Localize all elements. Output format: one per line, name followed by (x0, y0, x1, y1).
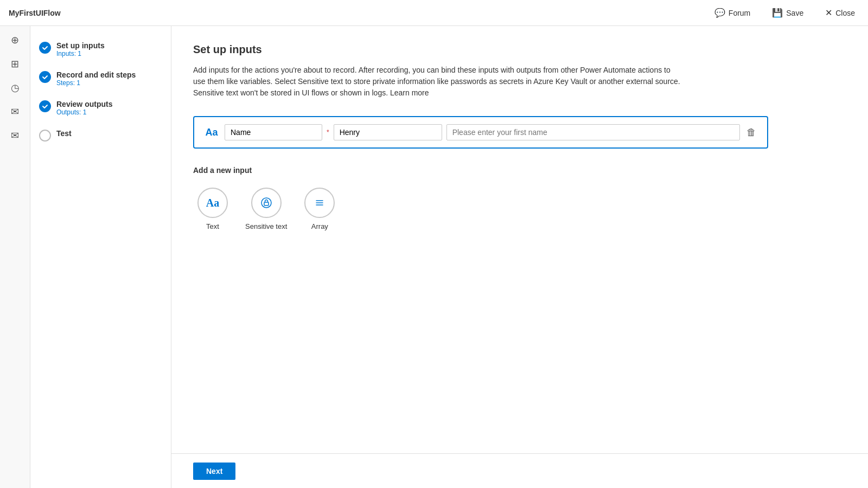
page-title: Set up inputs (193, 43, 846, 56)
topbar: MyFirstUIFlow 💬 Forum 💾 Save ✕ Close (0, 0, 868, 26)
step-content-2: Record and edit steps Steps: 1 (56, 70, 136, 87)
add-input-label: Add a new input (193, 166, 846, 175)
close-icon: ✕ (825, 8, 832, 18)
sidebar-icon-2[interactable]: ⊞ (5, 54, 25, 74)
step-circle-2 (39, 71, 51, 83)
main-content: Set up inputs Add inputs for the actions… (171, 26, 868, 488)
text-type-label: Text (206, 222, 219, 230)
input-description-field[interactable] (446, 124, 740, 140)
add-sensitive-text-button[interactable]: Sensitive text (241, 183, 291, 235)
input-name-field[interactable] (225, 124, 322, 140)
step-record-steps[interactable]: Record and edit steps Steps: 1 (30, 64, 171, 93)
svg-point-0 (261, 198, 271, 208)
steps-panel: Set up inputs Inputs: 1 Record and edit … (30, 26, 171, 488)
add-text-button[interactable]: Aa Text (193, 183, 232, 235)
svg-rect-1 (264, 202, 269, 206)
main-layout: ⊕ ⊞ ◷ ✉ ✉ Set up inputs Inputs: 1 (0, 26, 868, 488)
input-type-text-icon: Aa (203, 124, 220, 141)
step-content-3: Review outputs Outputs: 1 (56, 100, 112, 116)
text-type-icon: Aa (197, 188, 228, 218)
save-button[interactable]: 💾 Save (768, 5, 808, 20)
step-content-1: Set up inputs Inputs: 1 (56, 41, 105, 57)
forum-button[interactable]: 💬 Forum (710, 5, 755, 20)
step-circle-3 (39, 100, 51, 112)
step-setup-inputs[interactable]: Set up inputs Inputs: 1 (30, 35, 171, 64)
array-type-icon (304, 188, 335, 218)
sidebar-icon-4[interactable]: ✉ (5, 102, 25, 121)
step-circle-1 (39, 42, 51, 54)
array-type-label: Array (311, 222, 328, 230)
step-content-4: Test (56, 129, 72, 138)
description: Add inputs for the actions you're about … (193, 65, 681, 99)
input-row: Aa * 🗑 (193, 116, 768, 149)
content-area: Set up inputs Add inputs for the actions… (171, 26, 868, 453)
close-button[interactable]: ✕ Close (821, 5, 859, 20)
next-button[interactable]: Next (193, 463, 235, 480)
step-circle-4 (39, 130, 51, 142)
delete-input-button[interactable]: 🗑 (744, 125, 758, 140)
step-review-outputs[interactable]: Review outputs Outputs: 1 (30, 93, 171, 123)
sidebar-icon-1[interactable]: ⊕ (5, 30, 25, 50)
forum-icon: 💬 (714, 8, 725, 18)
sensitive-text-type-icon (251, 188, 282, 218)
input-type-buttons: Aa Text Sensitive text (193, 183, 846, 235)
flow-name: MyFirstUIFlow (9, 9, 61, 17)
sidebar-icon-5[interactable]: ✉ (5, 126, 25, 145)
sidebar-left: ⊕ ⊞ ◷ ✉ ✉ (0, 26, 30, 488)
required-star: * (327, 129, 329, 136)
bottom-bar: Next (171, 453, 868, 488)
input-value-field[interactable] (334, 124, 442, 140)
sidebar-icon-3[interactable]: ◷ (5, 78, 25, 98)
add-array-button[interactable]: Array (300, 183, 339, 235)
sensitive-text-type-label: Sensitive text (245, 222, 287, 230)
step-test[interactable]: Test (30, 123, 171, 148)
save-icon: 💾 (772, 8, 783, 18)
